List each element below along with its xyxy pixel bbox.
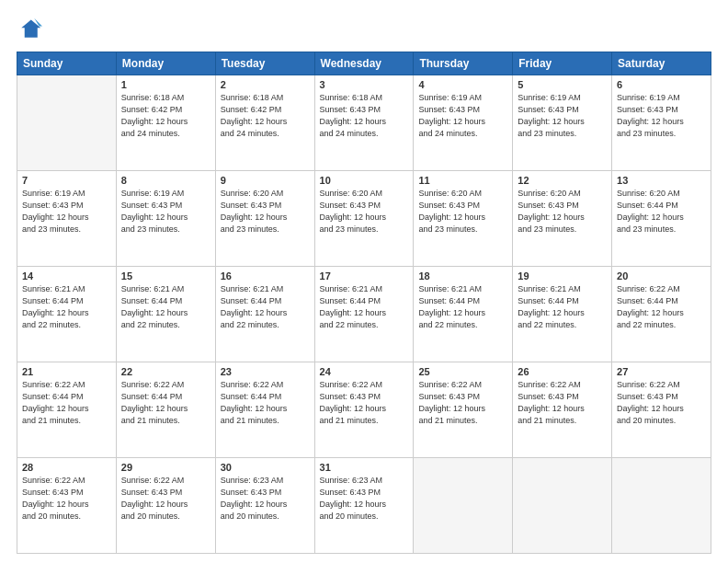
week-row-2: 7Sunrise: 6:19 AM Sunset: 6:43 PM Daylig… — [17, 171, 711, 267]
calendar-cell: 2Sunrise: 6:18 AM Sunset: 6:42 PM Daylig… — [215, 75, 314, 171]
calendar-cell: 18Sunrise: 6:21 AM Sunset: 6:44 PM Dayli… — [414, 267, 513, 362]
calendar-cell: 3Sunrise: 6:18 AM Sunset: 6:43 PM Daylig… — [314, 75, 414, 171]
day-number: 14 — [22, 270, 111, 282]
calendar-cell: 27Sunrise: 6:22 AM Sunset: 6:43 PM Dayli… — [612, 362, 711, 458]
calendar-cell: 4Sunrise: 6:19 AM Sunset: 6:43 PM Daylig… — [414, 75, 513, 171]
day-info: Sunrise: 6:22 AM Sunset: 6:43 PM Dayligh… — [518, 379, 607, 427]
calendar-cell: 30Sunrise: 6:23 AM Sunset: 6:43 PM Dayli… — [215, 458, 314, 554]
day-number: 17 — [320, 270, 409, 282]
calendar-cell: 7Sunrise: 6:19 AM Sunset: 6:43 PM Daylig… — [17, 171, 117, 267]
day-number: 11 — [418, 175, 507, 186]
day-info: Sunrise: 6:23 AM Sunset: 6:43 PM Dayligh… — [320, 475, 409, 523]
day-number: 21 — [22, 366, 111, 377]
day-info: Sunrise: 6:20 AM Sunset: 6:43 PM Dayligh… — [418, 188, 507, 236]
logo — [17, 17, 46, 42]
calendar-cell: 5Sunrise: 6:19 AM Sunset: 6:43 PM Daylig… — [513, 75, 612, 171]
day-info: Sunrise: 6:22 AM Sunset: 6:44 PM Dayligh… — [617, 283, 706, 331]
day-info: Sunrise: 6:18 AM Sunset: 6:43 PM Dayligh… — [320, 92, 409, 140]
day-info: Sunrise: 6:23 AM Sunset: 6:43 PM Dayligh… — [221, 475, 310, 523]
day-number: 19 — [518, 270, 607, 282]
day-info: Sunrise: 6:19 AM Sunset: 6:43 PM Dayligh… — [121, 188, 210, 236]
day-info: Sunrise: 6:20 AM Sunset: 6:44 PM Dayligh… — [617, 188, 706, 236]
calendar-cell — [513, 458, 612, 554]
day-number: 24 — [320, 366, 409, 377]
header — [17, 17, 711, 42]
calendar-cell: 23Sunrise: 6:22 AM Sunset: 6:44 PM Dayli… — [215, 362, 314, 458]
day-info: Sunrise: 6:21 AM Sunset: 6:44 PM Dayligh… — [518, 283, 607, 331]
day-number: 13 — [617, 175, 706, 186]
day-info: Sunrise: 6:18 AM Sunset: 6:42 PM Dayligh… — [221, 92, 310, 140]
calendar-cell: 12Sunrise: 6:20 AM Sunset: 6:43 PM Dayli… — [513, 171, 612, 267]
day-info: Sunrise: 6:21 AM Sunset: 6:44 PM Dayligh… — [221, 283, 310, 331]
calendar-cell: 20Sunrise: 6:22 AM Sunset: 6:44 PM Dayli… — [612, 267, 711, 362]
day-info: Sunrise: 6:19 AM Sunset: 6:43 PM Dayligh… — [22, 188, 111, 236]
day-number: 2 — [221, 79, 310, 90]
day-info: Sunrise: 6:21 AM Sunset: 6:44 PM Dayligh… — [22, 283, 111, 331]
day-info: Sunrise: 6:21 AM Sunset: 6:44 PM Dayligh… — [418, 283, 507, 331]
day-info: Sunrise: 6:22 AM Sunset: 6:43 PM Dayligh… — [320, 379, 409, 427]
week-row-3: 14Sunrise: 6:21 AM Sunset: 6:44 PM Dayli… — [17, 267, 711, 362]
day-number: 27 — [617, 366, 706, 377]
calendar-cell: 21Sunrise: 6:22 AM Sunset: 6:44 PM Dayli… — [17, 362, 117, 458]
day-info: Sunrise: 6:19 AM Sunset: 6:43 PM Dayligh… — [418, 92, 507, 140]
week-row-1: 1Sunrise: 6:18 AM Sunset: 6:42 PM Daylig… — [17, 75, 711, 171]
day-number: 3 — [320, 79, 409, 90]
col-sunday: Sunday — [17, 52, 117, 75]
day-number: 7 — [22, 175, 111, 186]
day-info: Sunrise: 6:22 AM Sunset: 6:44 PM Dayligh… — [121, 379, 210, 427]
day-number: 29 — [121, 462, 210, 473]
calendar-cell: 17Sunrise: 6:21 AM Sunset: 6:44 PM Dayli… — [314, 267, 414, 362]
day-info: Sunrise: 6:22 AM Sunset: 6:43 PM Dayligh… — [617, 379, 706, 427]
calendar-cell — [414, 458, 513, 554]
calendar-cell: 16Sunrise: 6:21 AM Sunset: 6:44 PM Dayli… — [215, 267, 314, 362]
day-number: 18 — [418, 270, 507, 282]
day-number: 20 — [617, 270, 706, 282]
day-info: Sunrise: 6:19 AM Sunset: 6:43 PM Dayligh… — [518, 92, 607, 140]
day-info: Sunrise: 6:18 AM Sunset: 6:42 PM Dayligh… — [121, 92, 210, 140]
week-row-5: 28Sunrise: 6:22 AM Sunset: 6:43 PM Dayli… — [17, 458, 711, 554]
day-number: 31 — [320, 462, 409, 473]
day-number: 16 — [221, 270, 310, 282]
calendar-cell: 15Sunrise: 6:21 AM Sunset: 6:44 PM Dayli… — [116, 267, 215, 362]
day-info: Sunrise: 6:20 AM Sunset: 6:43 PM Dayligh… — [320, 188, 409, 236]
day-info: Sunrise: 6:20 AM Sunset: 6:43 PM Dayligh… — [221, 188, 310, 236]
day-info: Sunrise: 6:22 AM Sunset: 6:44 PM Dayligh… — [221, 379, 310, 427]
calendar-table: Sunday Monday Tuesday Wednesday Thursday… — [17, 52, 711, 554]
day-number: 8 — [121, 175, 210, 186]
calendar-cell: 31Sunrise: 6:23 AM Sunset: 6:43 PM Dayli… — [314, 458, 414, 554]
col-saturday: Saturday — [612, 52, 711, 75]
col-wednesday: Wednesday — [314, 52, 414, 75]
page: Sunday Monday Tuesday Wednesday Thursday… — [0, 0, 728, 563]
calendar-cell: 13Sunrise: 6:20 AM Sunset: 6:44 PM Dayli… — [612, 171, 711, 267]
day-number: 30 — [221, 462, 310, 473]
day-number: 25 — [418, 366, 507, 377]
day-info: Sunrise: 6:22 AM Sunset: 6:43 PM Dayligh… — [418, 379, 507, 427]
col-monday: Monday — [116, 52, 215, 75]
day-number: 9 — [221, 175, 310, 186]
day-info: Sunrise: 6:22 AM Sunset: 6:43 PM Dayligh… — [121, 475, 210, 523]
day-number: 6 — [617, 79, 706, 90]
day-number: 5 — [518, 79, 607, 90]
calendar-cell: 11Sunrise: 6:20 AM Sunset: 6:43 PM Dayli… — [414, 171, 513, 267]
day-info: Sunrise: 6:22 AM Sunset: 6:44 PM Dayligh… — [22, 379, 111, 427]
calendar-cell: 22Sunrise: 6:22 AM Sunset: 6:44 PM Dayli… — [116, 362, 215, 458]
calendar-cell: 10Sunrise: 6:20 AM Sunset: 6:43 PM Dayli… — [314, 171, 414, 267]
day-info: Sunrise: 6:20 AM Sunset: 6:43 PM Dayligh… — [518, 188, 607, 236]
day-info: Sunrise: 6:21 AM Sunset: 6:44 PM Dayligh… — [320, 283, 409, 331]
logo-icon — [17, 17, 42, 42]
calendar-cell — [17, 75, 117, 171]
day-info: Sunrise: 6:22 AM Sunset: 6:43 PM Dayligh… — [22, 475, 111, 523]
calendar-cell: 6Sunrise: 6:19 AM Sunset: 6:43 PM Daylig… — [612, 75, 711, 171]
calendar-header-row: Sunday Monday Tuesday Wednesday Thursday… — [17, 52, 711, 75]
calendar-cell: 28Sunrise: 6:22 AM Sunset: 6:43 PM Dayli… — [17, 458, 117, 554]
day-number: 1 — [121, 79, 210, 90]
calendar-cell — [612, 458, 711, 554]
day-number: 26 — [518, 366, 607, 377]
calendar-cell: 24Sunrise: 6:22 AM Sunset: 6:43 PM Dayli… — [314, 362, 414, 458]
calendar-cell: 25Sunrise: 6:22 AM Sunset: 6:43 PM Dayli… — [414, 362, 513, 458]
week-row-4: 21Sunrise: 6:22 AM Sunset: 6:44 PM Dayli… — [17, 362, 711, 458]
calendar-cell: 26Sunrise: 6:22 AM Sunset: 6:43 PM Dayli… — [513, 362, 612, 458]
day-number: 28 — [22, 462, 111, 473]
calendar-cell: 8Sunrise: 6:19 AM Sunset: 6:43 PM Daylig… — [116, 171, 215, 267]
day-info: Sunrise: 6:21 AM Sunset: 6:44 PM Dayligh… — [121, 283, 210, 331]
